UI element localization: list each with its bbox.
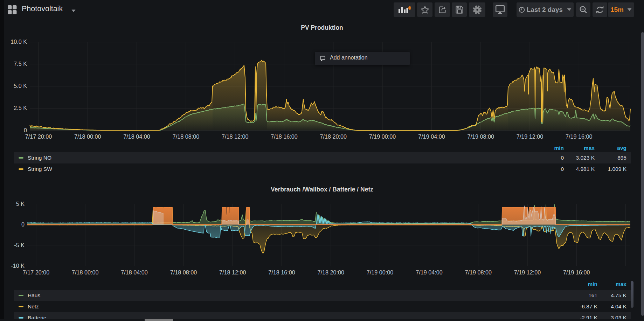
svg-text:7/19 16:00: 7/19 16:00: [563, 269, 590, 275]
svg-text:5.0 K: 5.0 K: [14, 83, 27, 89]
svg-text:7/18 00:00: 7/18 00:00: [72, 269, 99, 275]
svg-text:10.0 K: 10.0 K: [11, 39, 27, 45]
svg-text:7/18 08:00: 7/18 08:00: [170, 269, 197, 275]
svg-text:7/18 04:00: 7/18 04:00: [121, 269, 148, 275]
svg-text:2.5 K: 2.5 K: [14, 105, 27, 111]
svg-text:7/19 12:00: 7/19 12:00: [514, 269, 541, 275]
svg-text:5 K: 5 K: [16, 201, 25, 207]
svg-text:7/19 00:00: 7/19 00:00: [369, 133, 396, 140]
svg-text:7/17 20:00: 7/17 20:00: [23, 269, 50, 275]
svg-text:7/19 08:00: 7/19 08:00: [467, 133, 494, 140]
svg-text:7/18 04:00: 7/18 04:00: [123, 133, 150, 140]
svg-text:7/18 12:00: 7/18 12:00: [219, 269, 246, 275]
svg-text:7/19 04:00: 7/19 04:00: [416, 269, 443, 275]
svg-text:-5 K: -5 K: [14, 242, 25, 248]
svg-text:7/17 20:00: 7/17 20:00: [25, 133, 52, 140]
svg-text:0: 0: [21, 221, 25, 228]
svg-text:7/19 00:00: 7/19 00:00: [367, 269, 394, 275]
svg-text:7/18 20:00: 7/18 20:00: [320, 133, 347, 140]
svg-text:7/19 08:00: 7/19 08:00: [465, 269, 492, 275]
svg-text:7/18 20:00: 7/18 20:00: [318, 269, 345, 275]
svg-text:7/18 16:00: 7/18 16:00: [271, 133, 298, 140]
svg-text:7/18 12:00: 7/18 12:00: [222, 133, 249, 140]
svg-text:7/19 04:00: 7/19 04:00: [418, 133, 445, 140]
svg-text:7.5 K: 7.5 K: [14, 61, 27, 67]
svg-text:7/19 12:00: 7/19 12:00: [517, 133, 543, 140]
svg-text:7/18 08:00: 7/18 08:00: [173, 133, 200, 140]
svg-text:7/18 16:00: 7/18 16:00: [268, 269, 295, 275]
svg-text:0: 0: [24, 127, 27, 133]
svg-text:7/18 00:00: 7/18 00:00: [74, 133, 101, 140]
svg-text:7/19 16:00: 7/19 16:00: [566, 133, 593, 140]
svg-text:-10 K: -10 K: [11, 263, 25, 269]
